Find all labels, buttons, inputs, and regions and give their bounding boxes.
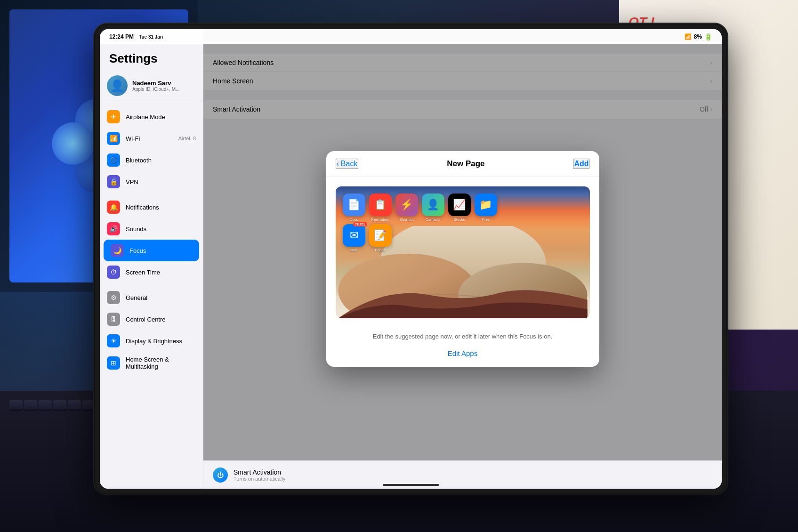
wifi-label: Wi-Fi	[126, 135, 173, 142]
app-reminders-wrap: 📋 Reminders	[369, 193, 392, 222]
vpn-icon: 🔒	[107, 175, 120, 188]
app-pages-icon: 📝	[369, 224, 392, 247]
main-content: Allowed Notifications › Home Screen › Sm…	[203, 29, 722, 489]
sidebar-item-focus[interactable]: 🌙 Focus	[104, 240, 199, 261]
sidebar-item-display-brightness[interactable]: ☀ Display & Brightness	[100, 330, 203, 352]
modal-back-button[interactable]: ‹ Back	[336, 159, 359, 169]
key[interactable]	[39, 400, 52, 411]
control-centre-label: Control Centre	[126, 316, 196, 323]
mail-badge: 78,701	[353, 222, 367, 226]
sidebar-item-airplane-mode[interactable]: ✈ Airplane Mode	[100, 106, 203, 128]
bluetooth-icon: 🔵	[107, 153, 120, 167]
app-shortcut-icon: ⚡	[395, 193, 418, 216]
user-name: Nadeem Sarv	[132, 80, 179, 87]
wifi-setting-icon: 📶	[107, 132, 120, 145]
focus-icon: 🌙	[111, 244, 124, 257]
airplane-mode-icon: ✈	[107, 110, 120, 123]
screen-time-icon: ⏱	[107, 266, 120, 279]
home-screen-label: Home Screen & Multitasking	[126, 356, 196, 370]
ipad-bezel: 12:24 PM Tue 31 Jan 📶 8% 🔋 Settings 👤 Na…	[94, 24, 727, 494]
notifications-label: Notifications	[126, 204, 196, 211]
sounds-icon: 🔊	[107, 222, 120, 235]
home-screen-icon: ⊞	[107, 356, 120, 370]
user-subtitle: Apple ID, iCloud+, M...	[132, 87, 179, 92]
sidebar-item-general[interactable]: ⚙ General	[100, 287, 203, 308]
app-contacts-wrap: 👤 Contacts	[422, 193, 444, 222]
wifi-value: Airtel_8	[178, 136, 196, 141]
avatar: 👤	[107, 75, 128, 96]
key[interactable]	[53, 400, 66, 411]
app-files-icon: 📁	[475, 193, 497, 216]
back-label: Back	[341, 160, 358, 168]
battery-percent: 8%	[694, 33, 702, 40]
sounds-label: Sounds	[126, 226, 196, 233]
app-docs-wrap: 📄 Docs	[343, 193, 365, 222]
app-stocks-label: Stocks	[453, 218, 465, 222]
app-contacts-icon: 👤	[422, 193, 444, 216]
battery-icon: 🔋	[704, 33, 712, 40]
apps-row-1: 📄 Docs 📋 Reminders ⚡ Shortcut	[343, 193, 583, 222]
general-icon: ⚙	[107, 291, 120, 304]
app-mail-wrap: ✉ 78,701 Mail	[343, 224, 365, 252]
bluetooth-label: Bluetooth	[126, 157, 196, 164]
app-shortcut-wrap: ⚡ Shortcut	[395, 193, 418, 222]
app-stocks-icon: 📈	[448, 193, 471, 216]
app-contacts-label: Contacts	[426, 218, 441, 222]
status-time-date: 12:24 PM Tue 31 Jan	[109, 33, 163, 40]
modal-add-button[interactable]: Add	[573, 159, 589, 169]
apps-row-2: ✉ 78,701 Mail 📝 Pages	[343, 224, 392, 252]
app-docs-icon: 📄	[343, 193, 365, 216]
app-shortcut-label: Shortcut	[400, 218, 414, 222]
app-reminders-icon: 📋	[369, 193, 392, 216]
control-centre-icon: 🎛	[107, 313, 120, 326]
home-indicator	[383, 484, 439, 486]
wifi-icon: 📶	[685, 33, 692, 40]
modal-header: ‹ Back New Page Add	[326, 151, 599, 177]
app-reminders-label: Reminders	[371, 218, 389, 222]
app-mail-icon: ✉ 78,701	[343, 224, 365, 247]
settings-group-3: ⚙ General 🎛 Control Centre ☀ Display & B…	[100, 287, 203, 374]
modal-description: Edit the suggested page now, or edit it …	[326, 328, 599, 343]
sidebar-item-notifications[interactable]: 🔔 Notifications	[100, 196, 203, 218]
new-page-modal: ‹ Back New Page Add	[326, 151, 599, 367]
sidebar-item-sounds[interactable]: 🔊 Sounds	[100, 218, 203, 240]
key[interactable]	[24, 400, 37, 411]
status-bar: 12:24 PM Tue 31 Jan 📶 8% 🔋	[100, 29, 722, 44]
airplane-mode-label: Airplane Mode	[126, 113, 196, 121]
sidebar-item-bluetooth[interactable]: 🔵 Bluetooth	[100, 149, 203, 171]
app-mail-label: Mail	[350, 248, 357, 252]
app-files-wrap: 📁 Files	[475, 193, 497, 222]
settings-group-1: ✈ Airplane Mode 📶 Wi-Fi Airtel_8 🔵 Bluet…	[100, 106, 203, 193]
status-time: 12:24 PM	[109, 33, 134, 40]
key[interactable]	[68, 400, 81, 411]
app-files-label: Files	[482, 218, 490, 222]
status-date: Tue 31 Jan	[139, 34, 163, 40]
key[interactable]	[82, 400, 96, 411]
edit-apps-button[interactable]: Edit Apps	[441, 347, 484, 360]
user-profile[interactable]: 👤 Nadeem Sarv Apple ID, iCloud+, M...	[100, 71, 203, 101]
wallpaper-preview: 📄 Docs 📋 Reminders ⚡ Shortcut	[336, 186, 590, 318]
status-icons: 📶 8% 🔋	[685, 33, 712, 40]
settings-sidebar: Settings 👤 Nadeem Sarv Apple ID, iCloud+…	[100, 29, 203, 489]
user-info: Nadeem Sarv Apple ID, iCloud+, M...	[132, 80, 179, 92]
display-brightness-icon: ☀	[107, 334, 120, 347]
key[interactable]	[9, 400, 23, 411]
focus-label: Focus	[129, 247, 192, 254]
sidebar-item-screen-time[interactable]: ⏱ Screen Time	[100, 261, 203, 283]
display-brightness-label: Display & Brightness	[126, 338, 196, 345]
screen-time-label: Screen Time	[126, 269, 196, 276]
notifications-icon: 🔔	[107, 201, 120, 214]
app-pages-wrap: 📝 Pages	[369, 224, 392, 252]
app-docs-label: Docs	[349, 218, 358, 222]
sidebar-item-vpn[interactable]: 🔒 VPN	[100, 171, 203, 193]
sidebar-item-wifi[interactable]: 📶 Wi-Fi Airtel_8	[100, 128, 203, 149]
modal-title: New Page	[447, 159, 484, 169]
back-chevron-icon: ‹	[337, 160, 339, 168]
settings-group-2: 🔔 Notifications 🔊 Sounds 🌙 Focus ⏱ Scree…	[100, 196, 203, 283]
settings-title: Settings	[100, 44, 203, 71]
vpn-label: VPN	[126, 178, 196, 185]
modal-overlay: ‹ Back New Page Add	[203, 29, 722, 489]
sidebar-item-control-centre[interactable]: 🎛 Control Centre	[100, 308, 203, 330]
sidebar-item-home-screen[interactable]: ⊞ Home Screen & Multitasking	[100, 352, 203, 374]
flower-petal-4	[52, 122, 94, 165]
